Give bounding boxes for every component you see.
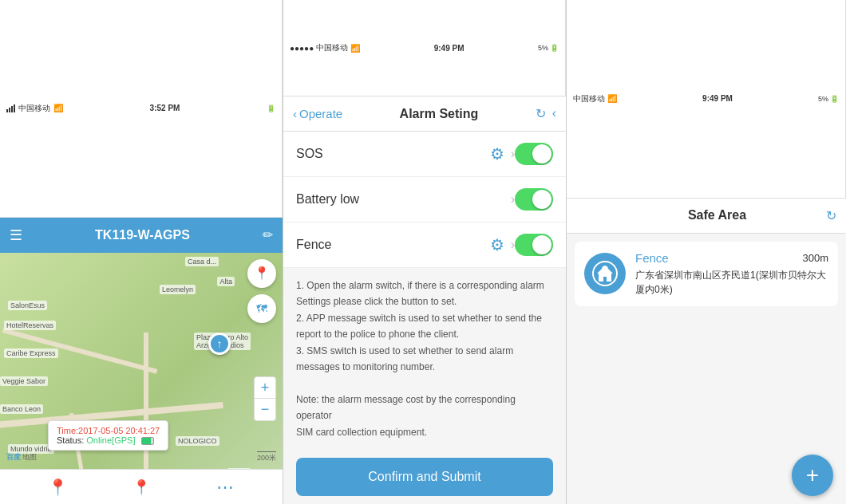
- alarm-title: Alarm Seting: [342, 107, 535, 121]
- battery-alarm: 5% 🔋: [538, 44, 559, 52]
- map-label-6: Banco Leon: [0, 404, 43, 414]
- alarm-item-fence: Fence ⚙ ›: [283, 222, 566, 268]
- back-icon-alarm[interactable]: ‹: [552, 106, 556, 121]
- baidu-label: 百度: [6, 452, 21, 463]
- battery-inline-icon: [141, 437, 154, 445]
- map-type-btn[interactable]: 🗺: [247, 294, 276, 323]
- gear-icon-fence[interactable]: ⚙: [490, 235, 504, 254]
- nav-location2-btn[interactable]: 📍: [128, 474, 154, 500]
- zoom-out-btn[interactable]: −: [254, 399, 276, 421]
- time-map: 3:52 PM: [150, 104, 180, 112]
- status-bar-map: 中国移动 📶 3:52 PM 🔋: [0, 0, 283, 218]
- alarm-label-battery: Battery low: [296, 192, 511, 207]
- map-label-casa: Casa d...: [185, 257, 219, 266]
- map-scale: 200米: [257, 451, 276, 463]
- battery-icon-safe: 🔋: [830, 95, 839, 103]
- safe-area-content: Fence 300m 广东省深圳市南山区齐民道1(深圳市贝特尔大厦内0米): [567, 234, 846, 447]
- alarm-panel: ●●●●● 中国移动 📶 9:49 PM 5% 🔋 ‹ Operate Alar…: [283, 0, 567, 504]
- safe-status-left: 中国移动 📶: [573, 93, 617, 104]
- battery-pct-alarm: 5%: [538, 44, 548, 52]
- time-safe: 9:49 PM: [702, 94, 733, 103]
- baidu-map-text: 地图: [22, 452, 37, 463]
- carrier-alarm: 中国移动: [316, 42, 348, 53]
- map-label-5: Veggie Sabor: [0, 376, 48, 386]
- safe-area-distance: 300m: [802, 252, 828, 264]
- zoom-in-btn[interactable]: +: [254, 376, 276, 399]
- status-bar-safe: 中国移动 📶 9:49 PM 5% 🔋: [567, 0, 846, 199]
- battery-safe: 5% 🔋: [818, 95, 839, 103]
- wifi-icon-map: 📶: [53, 104, 63, 112]
- house-icon: [592, 261, 618, 286]
- info-time-value: 2017-05-05 20:41:27: [78, 426, 160, 435]
- carrier-name-map: 中国移动: [18, 103, 50, 114]
- time-alarm: 9:49 PM: [434, 44, 465, 53]
- signal-icon-map: [6, 104, 15, 112]
- location-btn[interactable]: 📍: [247, 259, 276, 288]
- map-label-2: Leomelyn: [160, 285, 196, 294]
- map-footer: 百度 地图 200米: [0, 445, 283, 469]
- map-panel: 中国移动 📶 3:52 PM 🔋 ☰ TK119-W-AGPS ✏: [0, 0, 283, 504]
- chevron-left-icon: ‹: [293, 107, 297, 120]
- alarm-status-left: ●●●●● 中国移动 📶: [290, 42, 360, 53]
- alarm-item-battery: Battery low ›: [283, 177, 566, 222]
- map-label-10: NOLOGICO: [176, 436, 219, 446]
- safe-area-panel: 中国移动 📶 9:49 PM 5% 🔋 Safe Area ↻: [567, 0, 846, 504]
- edit-icon[interactable]: ✏: [263, 227, 273, 242]
- alarm-note-text: 1. Open the alarm switch, if there is a …: [296, 280, 544, 438]
- toggle-battery[interactable]: [515, 188, 553, 211]
- map-label-4: Caribe Express: [4, 348, 58, 358]
- toggle-fence[interactable]: [515, 234, 553, 256]
- back-label: Operate: [299, 107, 342, 120]
- carrier-safe: 中国移动: [573, 93, 605, 104]
- alarm-label-fence: Fence: [296, 238, 490, 252]
- alarm-header-icons: ↻ ‹: [536, 106, 556, 121]
- map-zoom-controls: + −: [254, 376, 276, 421]
- alarm-label-sos: SOS: [296, 147, 490, 161]
- confirm-submit-button[interactable]: Confirm and Submit: [296, 458, 553, 496]
- info-status-value: Online[GPS]: [86, 435, 135, 445]
- alarm-item-sos: SOS ⚙ ›: [283, 132, 566, 177]
- safe-area-icon: [584, 253, 626, 294]
- add-safe-area-button[interactable]: +: [792, 455, 833, 496]
- wifi-icon-safe: 📶: [607, 94, 617, 103]
- refresh-icon-safe[interactable]: ↻: [826, 208, 836, 223]
- alarm-header: ‹ Operate Alarm Seting ↻ ‹: [283, 96, 566, 132]
- map-label-8: Alta: [217, 277, 235, 286]
- map-title: TK119-W-AGPS: [30, 228, 255, 242]
- toggle-sos[interactable]: [515, 143, 553, 165]
- safe-area-title: Safe Area: [608, 208, 826, 222]
- nav-more-btn[interactable]: ⋯: [212, 474, 238, 500]
- back-btn-alarm[interactable]: ‹ Operate: [293, 107, 342, 120]
- map-label-1: SalonEsus: [8, 301, 47, 310]
- info-time-label: Time:: [57, 426, 78, 435]
- safe-header: Safe Area ↻: [567, 199, 846, 234]
- carrier-map: 中国移动 📶: [6, 103, 63, 114]
- alarm-list: SOS ⚙ › Battery low › Fence ⚙ ›: [283, 132, 566, 268]
- map-area[interactable]: SalonEsus Leomelyn HotelReservas Caribe …: [0, 253, 283, 470]
- hamburger-icon[interactable]: ☰: [10, 226, 22, 244]
- map-label-3: HotelReservas: [4, 321, 56, 330]
- signal-dots-alarm: ●●●●●: [290, 44, 314, 53]
- map-controls: 📍 🗺: [247, 259, 276, 323]
- refresh-icon-alarm[interactable]: ↻: [536, 106, 546, 121]
- battery-pct-safe: 5%: [818, 95, 828, 103]
- safe-area-item: Fence 300m 广东省深圳市南山区齐民道1(深圳市贝特尔大厦内0米): [575, 242, 838, 306]
- battery-map: 🔋: [267, 104, 275, 112]
- gear-icon-sos[interactable]: ⚙: [490, 144, 504, 163]
- battery-icon-alarm: 🔋: [550, 44, 559, 52]
- nav-location-btn[interactable]: 📍: [45, 474, 70, 500]
- map-app-header: ☰ TK119-W-AGPS ✏: [0, 218, 283, 253]
- alarm-notes: 1. Open the alarm switch, if there is a …: [283, 268, 566, 450]
- status-bar-alarm: ●●●●● 中国移动 📶 9:49 PM 5% 🔋: [283, 0, 566, 96]
- wifi-icon-alarm: 📶: [350, 44, 360, 53]
- confirm-bar: Confirm and Submit: [283, 450, 566, 504]
- safe-area-name: Fence: [635, 251, 669, 265]
- map-nav-bar: 📍 📍 ⋯: [0, 469, 283, 504]
- info-status-label: Status:: [57, 435, 84, 445]
- map-location-pin: ↑: [208, 333, 231, 355]
- safe-area-address: 广东省深圳市南山区齐民道1(深圳市贝特尔大厦内0米): [635, 268, 828, 297]
- safe-footer: +: [567, 447, 846, 504]
- safe-area-item-info: Fence 300m 广东省深圳市南山区齐民道1(深圳市贝特尔大厦内0米): [635, 251, 828, 297]
